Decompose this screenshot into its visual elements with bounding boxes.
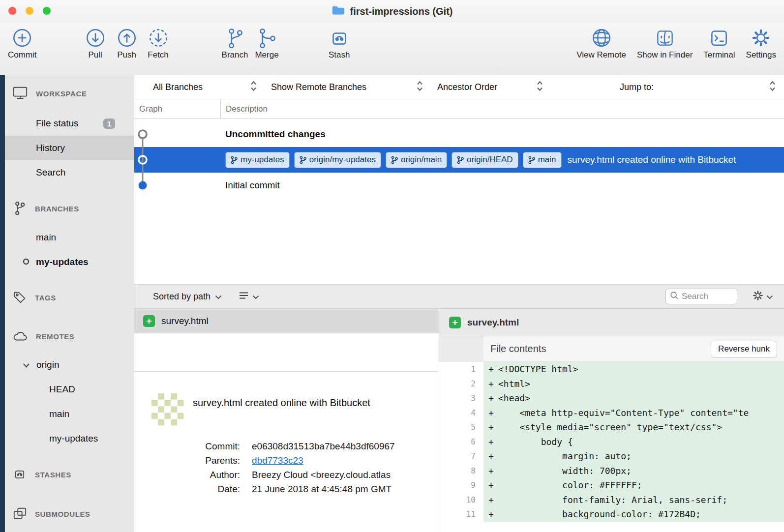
chevron-down-icon [252, 292, 259, 302]
fetch-button[interactable]: Fetch [147, 27, 170, 60]
branch-badge: origin/HEAD [452, 152, 518, 168]
column-header-description[interactable]: Description [220, 99, 784, 118]
gear-icon [750, 27, 772, 49]
folder-icon [332, 5, 345, 18]
column-header-graph[interactable]: Graph [134, 99, 220, 118]
zoom-button[interactable] [43, 7, 51, 15]
sidebar-remote-my-updates[interactable]: my-updates [5, 426, 134, 451]
sidebar-remote-head[interactable]: HEAD [5, 377, 134, 402]
commit-button[interactable]: Commit [8, 27, 37, 60]
sidebar-remote-main[interactable]: main [5, 402, 134, 426]
sidebar-item-file-status[interactable]: File status 1 [5, 111, 134, 136]
remote-head-label: HEAD [49, 384, 75, 395]
commit-row-uncommitted[interactable]: Uncommitted changes [134, 121, 784, 147]
changed-file-row[interactable]: + survey.html [134, 309, 439, 333]
sidebar-remote-origin[interactable]: origin [5, 353, 134, 377]
submodules-icon [12, 506, 27, 522]
show-in-finder-button[interactable]: Show in Finder [637, 27, 693, 60]
diff-file-name: survey.html [467, 317, 519, 328]
traffic-lights [8, 7, 51, 15]
view-remote-button[interactable]: View Remote [576, 27, 626, 60]
diff-add-sign: + [483, 377, 498, 391]
diff-line: 9+ color: #FFFFFF; [439, 478, 784, 493]
branch-button[interactable]: Branch [222, 27, 248, 60]
line-number: 5 [439, 420, 483, 435]
sidebar-section-tags: TAGS [5, 288, 134, 307]
jump-to-dropdown[interactable]: Jump to: [620, 80, 776, 95]
author-value: Breezy Cloud <breezy.cloud.atlas [240, 470, 395, 480]
diff-add-sign: + [483, 391, 498, 406]
file-status-badge: 1 [103, 118, 115, 129]
search-label: Search [36, 167, 65, 178]
diff-code: background-color: #172B4D; [498, 507, 784, 522]
parent-commit-link[interactable]: dbd7733c23 [252, 455, 303, 466]
parents-label: Parents: [151, 455, 240, 466]
sidebar-branch-main[interactable]: main [5, 225, 134, 250]
push-label: Push [117, 50, 136, 60]
sort-dropdown[interactable]: Sorted by path [153, 292, 222, 302]
merge-button[interactable]: Merge [255, 27, 278, 60]
tag-icon [12, 290, 27, 306]
diff-code: <!DOCTYPE html> [498, 362, 784, 377]
show-in-finder-label: Show in Finder [637, 50, 693, 60]
hunk-title: File contents [490, 343, 546, 355]
diff-panel: + survey.html File contents Reverse hunk… [439, 309, 784, 532]
cloud-icon [12, 329, 28, 344]
line-number: 11 [439, 507, 483, 522]
badge-label: origin/my-updates [309, 155, 376, 165]
remote-branches-dropdown[interactable]: Show Remote Branches [271, 80, 423, 95]
diff-code: <head> [498, 391, 784, 406]
sidebar-item-history[interactable]: History [5, 136, 134, 160]
badge-label: origin/HEAD [467, 155, 513, 165]
chevron-down-icon [766, 292, 773, 302]
branch-main-label: main [36, 232, 56, 243]
pull-icon [84, 27, 107, 49]
terminal-icon [708, 27, 730, 49]
settings-button[interactable]: Settings [746, 27, 776, 60]
sort-order-dropdown[interactable]: Ancestor Order [437, 80, 543, 95]
commit-list: Uncommitted changes my-updates origin/my… [134, 119, 784, 284]
chevron-down-icon [23, 359, 30, 370]
commit-row-initial[interactable]: Initial commit [134, 173, 784, 198]
diff-code: font-family: Arial, sans-serif; [498, 493, 784, 507]
stash-button[interactable]: Stash [328, 27, 351, 60]
diff-add-sign: + [483, 478, 498, 493]
close-button[interactable] [8, 7, 16, 15]
terminal-button[interactable]: Terminal [703, 27, 735, 60]
line-number: 7 [439, 449, 483, 464]
sidebar-section-remotes: REMOTES [5, 327, 134, 346]
file-added-icon: + [449, 317, 461, 328]
initial-commit-label: Initial commit [225, 180, 280, 191]
branch-filter-dropdown[interactable]: All Branches [153, 80, 257, 95]
search-input[interactable] [682, 292, 733, 301]
pull-button[interactable]: Pull [84, 27, 107, 60]
reverse-hunk-button[interactable]: Reverse hunk [711, 341, 777, 357]
hunk-gutter [439, 336, 483, 362]
sidebar-section-branches: BRANCHES [5, 199, 134, 218]
file-search-field[interactable] [665, 289, 737, 304]
file-added-icon: + [143, 315, 155, 327]
commit-hash-label: Commit: [151, 441, 240, 452]
commit-row-selected[interactable]: my-updates origin/my-updates origin/main… [134, 147, 784, 173]
stepper-icon [250, 80, 257, 95]
sidebar-branch-my-updates[interactable]: my-updates [5, 250, 134, 274]
commit-icon [11, 27, 33, 49]
history-label: History [36, 143, 65, 153]
globe-icon [590, 27, 613, 49]
submodules-label: SUBMODULES [35, 510, 90, 518]
chevron-down-icon [215, 292, 222, 302]
file-options-dropdown[interactable] [752, 290, 773, 304]
line-number: 9 [439, 478, 483, 493]
diff-code: color: #FFFFFF; [498, 478, 784, 493]
sidebar-item-search[interactable]: Search [5, 160, 134, 185]
diff-add-sign: + [483, 507, 498, 522]
finder-icon [654, 27, 676, 49]
remote-branches-label: Show Remote Branches [271, 82, 366, 92]
graph-column-label: Graph [139, 104, 162, 114]
push-button[interactable]: Push [116, 27, 138, 60]
merge-icon [256, 27, 278, 49]
minimize-button[interactable] [26, 7, 33, 15]
view-options-dropdown[interactable] [239, 292, 259, 302]
diff-file-header: + survey.html [439, 309, 784, 336]
branch-icon [224, 27, 246, 49]
